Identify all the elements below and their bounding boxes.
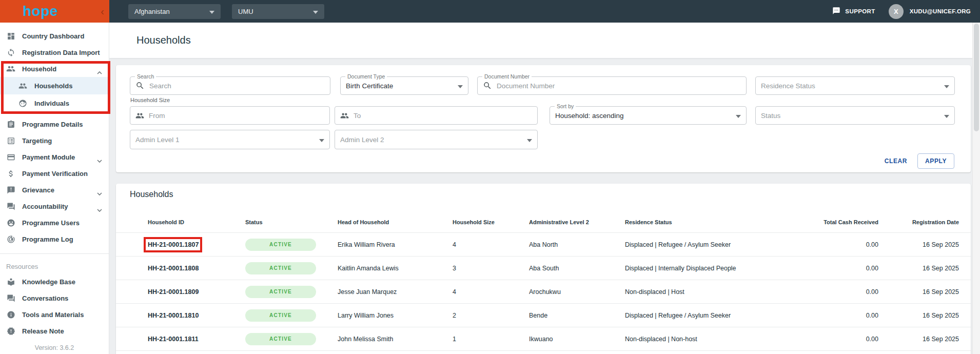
residence-status-select[interactable]: Residence Status [755,76,955,95]
track-changes-icon [6,234,15,244]
document-type-select[interactable]: Document Type Birth Certificate [340,76,468,95]
total-cash-cell: 0.00 [794,312,878,319]
registration-date-cell: 16 Sep 2025 [878,312,959,319]
table-row[interactable]: HH-21-0001.1810 ACTIVE Larry William Jon… [116,304,971,327]
registration-date-cell: 16 Sep 2025 [878,265,959,272]
sidebar-item-programme-details[interactable]: Programme Details [0,116,109,132]
scrollbar[interactable] [972,23,980,354]
table-row[interactable]: HH-21-0001.1808 ACTIVE Kaitlin Amanda Le… [116,257,971,280]
admin-level-2-select[interactable]: Admin Level 2 [335,130,538,149]
column-header[interactable]: Total Cash Received [794,219,878,225]
chevron-down-icon [97,188,102,198]
household-id-link[interactable]: HH-21-0001.1811 [148,336,199,343]
table-row[interactable]: HH-21-0001.1807 ACTIVE Erika William Riv… [116,233,971,257]
sidebar-item-households[interactable]: Households [0,77,109,94]
table-row[interactable]: HH-21-0001.1811 ACTIVE John Melissa Smit… [116,327,971,351]
apply-button[interactable]: APPLY [917,153,954,169]
table-body: HH-21-0001.1807 ACTIVE Erika William Riv… [116,233,971,351]
household-size-to-field[interactable] [335,106,538,125]
column-header[interactable]: Household ID [148,219,245,225]
sidebar-item-household[interactable]: Household [0,61,109,77]
sidebar-item-conversations[interactable]: Conversations [0,290,109,306]
people-icon [6,64,15,73]
chevron-up-icon [97,67,102,76]
registration-date-cell: 16 Sep 2025 [878,241,959,248]
residence-status-cell: Displaced | Internally Displaced People [625,265,794,272]
households-table-panel: Households Household ID Status Head of H… [116,184,971,354]
admin-level-2-cell: Arochukwu [529,288,625,296]
business-area-value: Afghanistan [134,8,170,15]
table-row[interactable]: HH-21-0001.1809 ACTIVE Jesse Juan Marque… [116,280,971,304]
support-button[interactable]: SUPPORT [832,7,875,16]
sidebar-divider [0,253,109,254]
status-badge: ACTIVE [245,262,316,274]
column-header[interactable]: Head of Household [338,219,453,225]
column-header[interactable]: Administrative Level 2 [529,219,625,225]
sidebar-item-payment-verification[interactable]: Payment Verification [0,165,109,182]
document-type-label: Document Type [345,73,387,80]
household-size-from-input[interactable] [149,112,324,120]
status-select[interactable]: Status [755,106,955,125]
clear-button[interactable]: CLEAR [883,154,909,168]
sidebar-item-registration-data-import[interactable]: Registration Data Import [0,44,109,61]
column-header[interactable]: Status [245,219,338,225]
total-cash-cell: 0.00 [794,241,878,248]
support-label: SUPPORT [845,8,875,14]
page-title: Households [136,34,191,46]
admin-level-1-select[interactable]: Admin Level 1 [130,130,330,149]
head-of-household-cell: Larry William Jones [338,312,453,319]
sidebar-item-grievance[interactable]: Grievance [0,182,109,198]
column-header[interactable]: Household Size [453,219,529,225]
total-cash-cell: 0.00 [794,336,878,343]
sidebar-item-programme-users[interactable]: Programme Users [0,214,109,231]
sort-by-select[interactable]: Sort by Household: ascending [550,106,747,125]
sidebar-item-programme-log[interactable]: Programme Log [0,231,109,247]
business-area-select[interactable]: Afghanistan [128,4,221,19]
residence-status-cell: Displaced | Refugee / Asylum Seeker [625,312,794,319]
brand: hope ‹ [0,0,109,23]
sidebar-item-individuals[interactable]: Individuals [0,94,109,112]
user-email[interactable]: XUDU@UNICEF.ORG [910,8,971,14]
dollar-icon [6,169,15,178]
search-input[interactable] [149,82,325,90]
avatar[interactable]: X [889,4,904,19]
topbar: hope ‹ Afghanistan UMU SUPPORT X XUDU@UN… [0,0,980,23]
document-number-input[interactable] [497,82,741,90]
programme-select[interactable]: UMU [232,4,324,19]
household-id-link[interactable]: HH-21-0001.1810 [148,312,199,319]
household-size-to-input[interactable] [354,112,532,120]
hope-logo: hope [23,4,58,18]
sidebar-item-accountability[interactable]: Accountability [0,198,109,214]
library-book-icon [6,277,15,286]
head-of-household-cell: Jesse Juan Marquez [338,288,453,296]
search-field[interactable]: Search [130,76,330,95]
search-icon [135,81,145,90]
household-size-from-field[interactable] [130,106,330,125]
household-size-label: Household Size [130,97,170,103]
collapse-sidebar-icon[interactable]: ‹ [101,6,104,16]
sidebar-item-payment-module[interactable]: Payment Module [0,149,109,165]
sidebar-item-knowledge-base[interactable]: Knowledge Base [0,273,109,290]
dropdown-arrow-icon [944,111,949,120]
list-alt-icon [6,136,15,145]
sidebar-item-country-dashboard[interactable]: Country Dashboard [0,28,109,44]
column-header[interactable]: Residence Status [625,219,794,225]
document-number-field[interactable]: Document Number [477,76,747,95]
household-id-link[interactable]: HH-21-0001.1807 [148,241,199,248]
residence-status-cell: Non-displaced | Host [625,288,794,296]
sidebar-item-release-note[interactable]: Release Note [0,323,109,339]
sidebar-item-targeting[interactable]: Targeting [0,132,109,149]
people-icon [135,111,144,120]
admin-level-2-cell: Ikwuano [529,336,625,343]
chevron-down-icon [209,8,214,15]
household-id-link[interactable]: HH-21-0001.1808 [148,265,199,272]
status-badge: ACTIVE [245,333,316,345]
chevron-down-icon [97,155,102,165]
chevron-down-icon [97,205,102,214]
scrollbar-thumb[interactable] [974,24,979,131]
sidebar-item-tools-and-materials[interactable]: Tools and Materials [0,306,109,323]
sort-by-value: Household: ascending [555,112,624,120]
household-id-link[interactable]: HH-21-0001.1809 [148,288,199,296]
payment-card-icon [6,152,15,162]
column-header[interactable]: Registration Date [878,219,959,225]
